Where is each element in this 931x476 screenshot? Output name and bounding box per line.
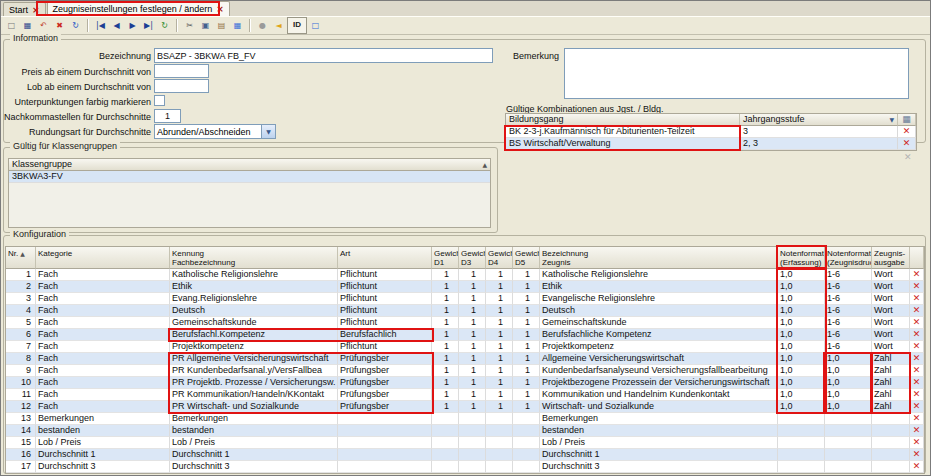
column-header-nr[interactable]: Nr.▲ — [6, 247, 36, 269]
column-header-kategorie[interactable]: Kategorie — [36, 247, 170, 269]
delete-row-button[interactable]: ✕ — [910, 353, 924, 365]
last-record-icon[interactable]: ▶| — [141, 18, 156, 33]
table-row[interactable]: 8FachPR Allgemeine Versicherungswirtscha… — [6, 353, 924, 365]
preis-input[interactable] — [154, 64, 209, 78]
window-icon[interactable]: □ — [308, 18, 323, 33]
delete-row-button[interactable]: ✕ — [910, 341, 924, 353]
delete-row-button[interactable]: ✕ — [910, 461, 924, 473]
kategorie-cell: bestanden — [36, 425, 170, 437]
delete-row-button[interactable]: ✕ — [910, 389, 924, 401]
reload-icon[interactable]: ↻ — [157, 18, 172, 33]
lob-input[interactable] — [154, 79, 209, 93]
column-header-gewicht-d1[interactable]: Gewicht D1 — [432, 247, 459, 269]
column-header-kennung[interactable]: Kennung Fachbezeichnung — [170, 247, 338, 269]
prior-record-icon[interactable]: ◀ — [109, 18, 124, 33]
column-header-gewicht-d5[interactable]: Gewicht D5 — [513, 247, 540, 269]
table-row[interactable]: 10FachPR Projektb. Prozesse / Versicheru… — [6, 377, 924, 389]
delete-row-button[interactable]: ✕ — [910, 413, 924, 425]
column-header-notenformat-zeugnisdruck[interactable]: Notenformat (Zeugnisdruck) — [825, 247, 872, 269]
id-button[interactable]: ID — [287, 17, 307, 34]
table-row[interactable]: 3BKWA3-FV — [9, 171, 490, 183]
paste-icon[interactable]: ▤ — [214, 18, 229, 33]
tab-close-icon[interactable]: × — [32, 5, 40, 15]
toolbar-separator — [87, 19, 89, 32]
table-row[interactable]: 3FachEvang.ReligionslehrePflichtunt1111E… — [6, 293, 924, 305]
notenformat-erfassung-cell — [778, 437, 825, 449]
table-row[interactable]: 6FachBerufsfachl.KompetenzBerufsfachlich… — [6, 329, 924, 341]
tab-close-icon[interactable]: × — [216, 4, 224, 14]
column-header-gewicht-d3[interactable]: Gewicht D3 — [459, 247, 486, 269]
column-header-art[interactable]: Art — [338, 247, 432, 269]
preview-grid-icon[interactable]: ▦ — [230, 18, 245, 33]
next-record-icon[interactable]: ▶ — [125, 18, 140, 33]
nachkommastellen-input[interactable] — [154, 109, 181, 123]
column-header-bezeichnung[interactable]: Bezeichnung Zeugnis — [540, 247, 778, 269]
bemerkung-textarea[interactable] — [564, 48, 909, 99]
cut-icon[interactable]: ✂ — [182, 18, 197, 33]
undo-icon[interactable]: ↶ — [36, 18, 51, 33]
rundungsart-dropdown[interactable]: Abrunden/Abschneiden ▼ — [154, 124, 276, 139]
column-chooser-button[interactable]: ▦ — [898, 114, 916, 126]
table-row[interactable]: 15Lob / PreisLob / PreisLob / Preis✕ — [6, 437, 924, 449]
unterpunktungen-checkbox[interactable] — [154, 95, 165, 106]
column-header-zeugnisausgabe[interactable]: Zeugnis- ausgabe — [872, 247, 910, 269]
notenformat-erfassung-cell — [778, 413, 825, 425]
lock-icon[interactable]: ● — [255, 18, 270, 33]
table-row[interactable]: 11FachPR Kommunikation/Handeln/KKontaktP… — [6, 389, 924, 401]
column-header-bildungsgang[interactable]: Bildungsgang — [506, 114, 740, 126]
delete-row-button[interactable]: ✕ — [910, 305, 924, 317]
table-row[interactable]: BS Wirtschaft/Verwaltung2, 3✕ — [506, 138, 916, 150]
dropdown-arrow-icon[interactable]: ▼ — [261, 125, 275, 138]
gewicht-d1-cell: 1 — [432, 317, 459, 329]
copy-icon[interactable]: ▣ — [198, 18, 213, 33]
table-row[interactable]: 9FachPR Kundenbedarfsanal.y/VersFallbeaP… — [6, 365, 924, 377]
delete-row-button[interactable]: ✕ — [910, 437, 924, 449]
kennung-cell: PR Allgemeine Versicherungswirtschaft — [170, 353, 338, 365]
dropdown-arrow-icon[interactable]: ▼ — [889, 114, 894, 125]
column-header-gewicht-d4[interactable]: Gewicht D4 — [486, 247, 513, 269]
bezeichnung-input[interactable] — [154, 48, 493, 63]
first-record-icon[interactable]: |◀ — [93, 18, 108, 33]
delete-row-button[interactable]: ✕ — [898, 126, 916, 138]
delete-row-button[interactable]: ✕ — [910, 365, 924, 377]
tab-start[interactable]: Start× — [3, 2, 46, 16]
bezeichnung-cell: Bemerkungen — [540, 413, 778, 425]
delete-row-button[interactable]: ✕ — [910, 425, 924, 437]
delete-record-icon[interactable]: ✖ — [52, 18, 67, 33]
delete-row-button[interactable]: ✕ — [910, 317, 924, 329]
new-document-icon[interactable]: □ — [4, 18, 19, 33]
column-header-jahrgangsstufe[interactable]: Jahrgangsstufe▼ — [740, 114, 898, 126]
table-row[interactable]: 12FachPR Wirtschaft- und SozialkundePrüf… — [6, 401, 924, 413]
delete-row-button[interactable]: ✕ — [910, 269, 924, 281]
zeugnisausgabe-cell: Zahl — [872, 353, 910, 365]
table-row[interactable]: 2FachEthikPflichtunt1111Ethik1,01-6Wort✕ — [6, 281, 924, 293]
delete-row-button[interactable]: ✕ — [910, 329, 924, 341]
delete-row-button[interactable]: ✕ — [910, 377, 924, 389]
tab-zeugniseinstellungen[interactable]: Zeugniseinstellungen festlegen / ändern× — [47, 1, 230, 16]
delete-row-button[interactable]: ✕ — [910, 449, 924, 461]
table-row[interactable]: 17Durchschnitt 3Durchschnitt 3Durchschni… — [6, 461, 924, 473]
table-row[interactable]: 14bestandenbestandenbestanden✕ — [6, 425, 924, 437]
table-row[interactable]: BK 2-3-j.Kaufmännisch für Abiturienten-T… — [506, 126, 916, 138]
table-row[interactable]: 4FachDeutschPflichtunt1111Deutsch1,01-6W… — [6, 305, 924, 317]
table-row[interactable]: 1FachKatholische ReligionslehrePflichtun… — [6, 269, 924, 281]
art-cell — [338, 437, 432, 449]
bezeichnung-cell: Projektbezogene Prozessein der Versicher… — [540, 377, 778, 389]
delete-row-button[interactable]: ✕ — [910, 281, 924, 293]
column-header-notenformat-erfassung[interactable]: Notenformat (Erfassung) — [778, 247, 825, 269]
column-header-klassengruppe[interactable]: Klassengruppe▲ — [9, 159, 490, 171]
gewicht-d1-cell: 1 — [432, 293, 459, 305]
gewicht-d5-cell — [513, 449, 540, 461]
bildungsgang-cell: BS Wirtschaft/Verwaltung — [506, 138, 740, 150]
refresh-icon[interactable]: ↻ — [68, 18, 83, 33]
table-row[interactable]: 16Durchschnitt 1Durchschnitt 1Durchschni… — [6, 449, 924, 461]
delete-row-button[interactable]: ✕ — [910, 293, 924, 305]
table-row[interactable]: 13BemerkungenBemerkungenBemerkungen✕ — [6, 413, 924, 425]
megaphone-icon[interactable]: ◄ — [271, 18, 286, 33]
delete-row-button[interactable]: ✕ — [910, 401, 924, 413]
save-icon[interactable]: ▦ — [20, 18, 35, 33]
table-row[interactable]: 5FachGemeinschaftskundePflichtunt1111Gem… — [6, 317, 924, 329]
delete-row-button[interactable]: ✕ — [898, 138, 916, 150]
kennung-cell: PR Kundenbedarfsanal.y/VersFallbea — [170, 365, 338, 377]
table-row[interactable]: 7FachProjektkompetenzPflichtunt1111Proje… — [6, 341, 924, 353]
